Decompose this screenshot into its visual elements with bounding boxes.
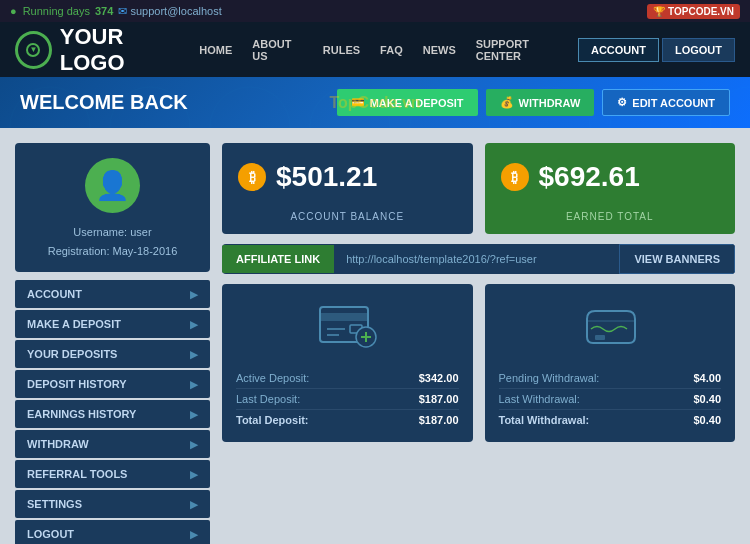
sidebar-item-withdraw[interactable]: WITHDRAW ▶: [15, 430, 210, 458]
profile-card: 👤 Username: user Registration: May-18-20…: [15, 143, 210, 272]
logo-your: YOUR: [60, 24, 124, 49]
balance-value: $501.21: [276, 161, 377, 193]
content-grid: 👤 Username: user Registration: May-18-20…: [15, 143, 735, 544]
sidebar-item-deposit-history[interactable]: DEPOSIT HISTORY ▶: [15, 370, 210, 398]
chevron-right-icon: ▶: [190, 379, 198, 390]
svg-rect-8: [595, 335, 605, 340]
last-deposit-row: Last Deposit: $187.00: [236, 389, 459, 410]
sidebar: 👤 Username: user Registration: May-18-20…: [15, 143, 210, 544]
total-withdrawal-label: Total Withdrawal:: [499, 414, 590, 426]
sidebar-label-withdraw: WITHDRAW: [27, 438, 89, 450]
nav-about[interactable]: ABOUT US: [242, 32, 313, 68]
deposit-btn-icon: 💳: [351, 96, 365, 109]
sidebar-item-account[interactable]: ACCOUNT ▶: [15, 280, 210, 308]
pending-withdrawal-label: Pending Withdrawal:: [499, 372, 600, 384]
sidebar-item-logout[interactable]: LOGOUT ▶: [15, 520, 210, 544]
withdraw-button[interactable]: 💰 WIthDRAW: [486, 89, 595, 116]
sidebar-item-referral[interactable]: REFERRAL TOOLS ▶: [15, 460, 210, 488]
earned-label: EARNED TOTAL: [501, 211, 720, 222]
sidebar-item-deposit[interactable]: MAKE A DEPOSIT ▶: [15, 310, 210, 338]
deposit-btn-label: MAKE A DEPOSIT: [370, 97, 464, 109]
welcome-bar: TopCode.vn WELCOME BACK 💳 MAKE A DEPOSIT…: [0, 77, 750, 128]
user-icon: 👤: [95, 169, 130, 202]
top-bar: ● Running days 374 ✉ support@localhost 🏆…: [0, 0, 750, 22]
running-dot: ●: [10, 5, 17, 17]
earned-amount: ₿ $692.61: [501, 161, 720, 193]
chevron-right-icon: ▶: [190, 469, 198, 480]
deposit-card-icon-area: [312, 296, 382, 356]
nav-news[interactable]: NEWS: [413, 38, 466, 62]
welcome-actions: 💳 MAKE A DEPOSIT 💰 WIthDRAW ⚙ EDIT ACCOU…: [337, 89, 730, 116]
bottom-cards: Active Deposit: $342.00 Last Deposit: $1…: [222, 284, 735, 442]
last-withdrawal-value: $0.40: [693, 393, 721, 405]
withdraw-btn-icon: 💰: [500, 96, 514, 109]
balance-card: ₿ $501.21 ACCOUNT BALANCE: [222, 143, 473, 234]
chevron-right-icon: ▶: [190, 289, 198, 300]
affiliate-link: http://localhost/template2016/?ref=user: [334, 245, 619, 273]
balance-label: ACCOUNT BALANCE: [238, 211, 457, 222]
nav-rules[interactable]: RULES: [313, 38, 370, 62]
last-withdrawal-row: Last Withdrawal: $0.40: [499, 389, 722, 410]
sidebar-label-referral: REFERRAL TOOLS: [27, 468, 127, 480]
total-withdrawal-value: $0.40: [693, 414, 721, 426]
sidebar-item-settings[interactable]: SETTINGS ▶: [15, 490, 210, 518]
deposit-stats-card: Active Deposit: $342.00 Last Deposit: $1…: [222, 284, 473, 442]
sidebar-item-your-deposits[interactable]: YOUR DEPOSITS ▶: [15, 340, 210, 368]
chevron-right-icon: ▶: [190, 499, 198, 510]
affiliate-label: AFFILIATE LINK: [222, 245, 334, 273]
topcode-icon: 🏆: [653, 6, 665, 17]
logo-circle-inner: [26, 43, 40, 57]
earned-card: ₿ $692.61 EARNED TOTAL: [485, 143, 736, 234]
nav-logout-button[interactable]: LOGOUT: [662, 38, 735, 62]
email-icon: ✉: [118, 5, 127, 17]
topcode-brand-text: TOPCODE.VN: [668, 6, 734, 17]
sidebar-label-logout: LOGOUT: [27, 528, 74, 540]
earned-value: $692.61: [539, 161, 640, 193]
sidebar-label-deposit: MAKE A DEPOSIT: [27, 318, 121, 330]
nav-faq[interactable]: FAQ: [370, 38, 413, 62]
affiliate-row: AFFILIATE LINK http://localhost/template…: [222, 244, 735, 274]
chevron-right-icon: ▶: [190, 529, 198, 540]
nav-home[interactable]: HOME: [189, 38, 242, 62]
logo-area: YOUR LOGO: [15, 24, 189, 76]
edit-account-button[interactable]: ⚙ EDIT ACCOUNT: [602, 89, 730, 116]
logo-text: YOUR LOGO: [60, 24, 190, 76]
profile-info: Username: user Registration: May-18-2016: [25, 223, 200, 260]
header: YOUR LOGO HOME ABOUT US RULES FAQ NEWS S…: [0, 22, 750, 77]
chevron-right-icon: ▶: [190, 439, 198, 450]
total-withdrawal-row: Total Withdrawal: $0.40: [499, 410, 722, 430]
withdraw-btn-label: WIthDRAW: [519, 97, 581, 109]
running-days: 374: [95, 5, 113, 17]
nav-account-button[interactable]: ACCOUNT: [578, 38, 659, 62]
withdrawal-icon-svg: [577, 299, 642, 354]
logo-logo: LOGO: [60, 50, 125, 75]
chevron-right-icon: ▶: [190, 319, 198, 330]
edit-btn-label: EDIT ACCOUNT: [632, 97, 715, 109]
deposit-icon-svg: [315, 299, 380, 354]
balance-amount: ₿ $501.21: [238, 161, 457, 193]
last-withdrawal-label: Last Withdrawal:: [499, 393, 580, 405]
bitcoin-icon-earned: ₿: [501, 163, 529, 191]
deposit-card-header: [236, 296, 459, 356]
pending-withdrawal-row: Pending Withdrawal: $4.00: [499, 368, 722, 389]
nav-support[interactable]: SUPPORT CENTER: [466, 32, 575, 68]
total-deposit-row: Total Deposit: $187.00: [236, 410, 459, 430]
withdrawal-card-header: [499, 296, 722, 356]
running-info: ● Running days 374 ✉ support@localhost: [10, 5, 222, 18]
nav-area: HOME ABOUT US RULES FAQ NEWS SUPPORT CEN…: [189, 32, 735, 68]
support-email: support@localhost: [130, 5, 221, 17]
withdrawal-stats-card: Pending Withdrawal: $4.00 Last Withdrawa…: [485, 284, 736, 442]
welcome-title: WELCOME BACK: [20, 91, 188, 114]
sidebar-label-deposit-history: DEPOSIT HISTORY: [27, 378, 127, 390]
sidebar-item-earnings-history[interactable]: EARNINGS HISTORY ▶: [15, 400, 210, 428]
total-deposit-value: $187.00: [419, 414, 459, 426]
view-banners-button[interactable]: VIEW BANNERS: [619, 244, 735, 274]
sidebar-label-account: ACCOUNT: [27, 288, 82, 300]
bitcoin-icon-balance: ₿: [238, 163, 266, 191]
pending-withdrawal-value: $4.00: [693, 372, 721, 384]
main-content: 👤 Username: user Registration: May-18-20…: [0, 128, 750, 544]
sidebar-label-your-deposits: YOUR DEPOSITS: [27, 348, 117, 360]
active-deposit-value: $342.00: [419, 372, 459, 384]
make-deposit-button[interactable]: 💳 MAKE A DEPOSIT: [337, 89, 478, 116]
logo-circle: [15, 31, 52, 69]
